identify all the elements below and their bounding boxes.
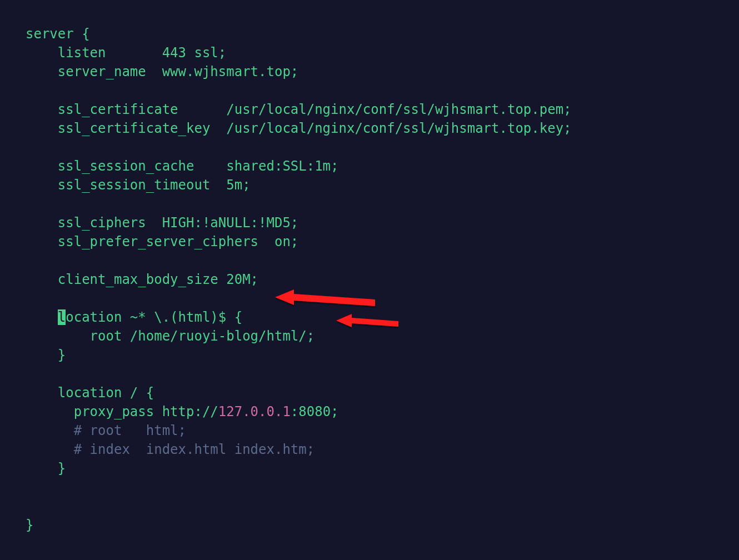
code-line: server { [26,26,90,42]
code-token-number: 1m [314,158,331,174]
code-line: location / { [26,385,154,401]
code-line: server_name www.wjhsmart.top; [26,64,298,79]
code-line: } [26,347,66,363]
code-token: ; [291,234,298,249]
code-token: on [274,234,291,249]
code-token-number: 443 [162,45,186,61]
code-line: ssl_session_timeout [26,177,226,193]
code-comment: # root html; [26,423,186,438]
code-line [26,309,58,325]
code-token-ip: 127.0.0.1 [218,404,291,419]
code-line: proxy_pass http:// [26,404,218,419]
code-line: listen [26,45,162,61]
cursor: l [58,309,66,325]
code-token-number: 5m [226,177,242,193]
code-line: client_max_body_size 20M; [26,272,258,287]
code-line: ssl_certificate_key /usr/local/nginx/con… [26,121,572,136]
code-line: } [26,461,66,476]
code-token: ; [242,177,250,193]
code-line: ssl_prefer_server_ciphers [26,234,274,249]
code-token-number: 8080 [298,404,331,419]
code-line: ssl_session_cache shared:SSL: [26,158,314,174]
code-line: ocation ~* \.(html)$ { [66,309,242,325]
code-comment: # index index.html index.htm; [26,442,314,457]
code-line: } [26,517,33,533]
code-line: root /home/ruoyi-blog/html/; [26,328,314,344]
code-line: ssl_ciphers HIGH:!aNULL:!MD5; [26,215,298,231]
code-token: ; [331,404,338,419]
code-token: ssl; [186,45,226,61]
code-editor[interactable]: server { listen 443 ssl; server_name www… [0,0,739,534]
code-line: ssl_certificate /usr/local/nginx/conf/ss… [26,102,572,117]
code-token: ; [331,158,338,174]
code-token: : [291,404,298,419]
